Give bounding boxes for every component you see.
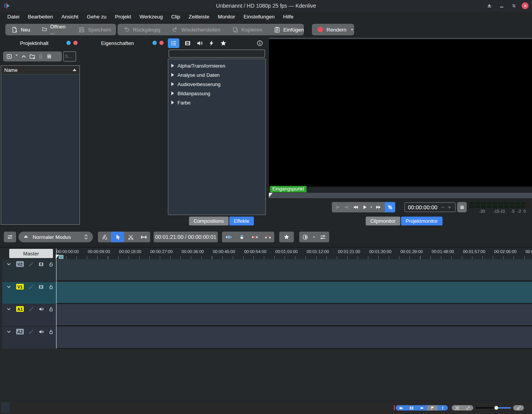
minimize-button[interactable] [498, 2, 505, 9]
track-target-badge[interactable]: A1 [16, 306, 24, 312]
hide-track-icon[interactable] [38, 284, 44, 290]
tab-compositions[interactable]: Compositions [189, 217, 229, 225]
open-button[interactable]: Öffnen ... [36, 24, 73, 35]
project-bin-tree[interactable]: Name [1, 65, 80, 225]
zoom-slider-thumb[interactable] [494, 406, 498, 410]
video-effects-button[interactable] [182, 38, 193, 48]
add-clip-icon[interactable] [6, 53, 12, 60]
fit-zoom-button[interactable] [452, 405, 462, 411]
monitor-timecode[interactable]: 00:00:00:00− + [404, 202, 456, 212]
master-track-button[interactable]: Master [9, 249, 53, 258]
track-header-a1[interactable]: A1 [2, 304, 56, 326]
chevron-down-icon[interactable] [6, 329, 12, 335]
render-button[interactable]: Rendern [312, 24, 354, 35]
menu-item-projekt[interactable]: Projekt [111, 12, 135, 22]
mute-track-icon[interactable] [38, 306, 44, 312]
timeline-ruler[interactable]: 00:00:00:0000:00:09:0000:00:18:0000:00:2… [56, 248, 532, 259]
track-effects-wand-icon[interactable] [28, 284, 34, 290]
zone-in-button[interactable] [333, 202, 342, 212]
expand-triangle-icon[interactable] [171, 101, 174, 104]
mixed-edit-tool-button[interactable] [98, 232, 111, 242]
track-lane-v2[interactable] [56, 259, 532, 281]
tab-project-monitor[interactable]: Projektmonitor [401, 217, 443, 225]
parent-folder-icon[interactable] [21, 53, 27, 60]
effects-info-button[interactable] [254, 38, 265, 48]
zoom-out-button[interactable] [513, 405, 524, 411]
rewind-button[interactable] [350, 202, 360, 212]
monitor-screen[interactable] [269, 39, 532, 187]
track-lane-a2[interactable] [56, 327, 532, 349]
show-audio-thumbnails-toggle[interactable] [406, 405, 417, 411]
show-markers-toggle[interactable] [427, 405, 438, 411]
track-header-a2[interactable]: A2 [2, 327, 56, 349]
save-button[interactable]: Speichern [73, 24, 117, 35]
zoom-slider-track[interactable] [476, 407, 511, 409]
tab-clip-monitor[interactable]: Clipmonitor [366, 217, 400, 225]
menu-item-monitor[interactable]: Monitor [214, 12, 239, 22]
audio-mixer-button[interactable] [317, 232, 328, 242]
track-header-v2[interactable]: V2 [2, 259, 56, 281]
track-target-badge[interactable]: V2 [16, 261, 24, 267]
lock-track-icon[interactable] [48, 329, 54, 335]
extract-zone-button[interactable] [248, 232, 261, 242]
redo-button[interactable]: Wiederherstellen [166, 24, 226, 35]
menu-item-werkzeug[interactable]: Werkzeug [135, 12, 167, 22]
show-all-effects-button[interactable] [168, 38, 179, 48]
track-target-badge[interactable]: V1 [16, 284, 24, 290]
mix-options-button[interactable] [311, 232, 317, 242]
float-dock-icon[interactable] [152, 41, 157, 45]
effect-category[interactable]: Audioverbesserung [168, 79, 265, 89]
monitor-menu-button[interactable] [457, 202, 467, 212]
track-target-badge[interactable]: A2 [16, 329, 24, 335]
mute-track-icon[interactable] [38, 329, 44, 335]
hide-track-icon[interactable] [38, 262, 44, 267]
track-header-v1[interactable]: V1 [2, 282, 56, 304]
chevron-down-icon[interactable] [6, 284, 12, 290]
track-effects-wand-icon[interactable] [28, 262, 34, 267]
show-keyframes-toggle[interactable] [417, 405, 427, 411]
tab-effects[interactable]: Effekte [229, 217, 254, 225]
copy-button[interactable]: Kopieren [226, 24, 268, 35]
bin-search-input[interactable] [63, 51, 76, 61]
monitor-playhead-icon[interactable] [269, 193, 273, 197]
effect-category[interactable]: Analyse und Daten [168, 70, 265, 79]
chevron-down-icon[interactable] [15, 53, 18, 60]
eject-icon[interactable] [486, 2, 493, 9]
menu-item-ansicht[interactable]: Ansicht [57, 12, 83, 22]
bin-name-column-header[interactable]: Name [1, 66, 80, 75]
spacer-tool-button[interactable] [137, 232, 150, 242]
create-folder-icon[interactable] [29, 53, 35, 60]
close-button[interactable] [522, 2, 529, 9]
restore-button[interactable] [510, 2, 518, 9]
menu-item-zeitleiste[interactable]: Zeitleiste [184, 12, 214, 22]
lock-track-icon[interactable] [48, 284, 54, 290]
insert-zone-button[interactable] [222, 232, 235, 242]
monitor-seek-ruler[interactable] [269, 193, 532, 198]
favorite-effects-button[interactable] [279, 232, 294, 242]
expand-triangle-icon[interactable] [171, 82, 174, 86]
show-video-thumbnails-toggle[interactable] [396, 405, 406, 411]
play-options-button[interactable] [369, 202, 373, 212]
delete-icon[interactable] [38, 53, 44, 60]
undo-button[interactable]: Rückgängig [118, 24, 166, 35]
overwrite-zone-button[interactable] [235, 232, 248, 242]
menu-item-datei[interactable]: Datei [3, 12, 24, 22]
play-button[interactable] [360, 202, 369, 212]
menu-item-bearbeiten[interactable]: Bearbeiten [24, 12, 57, 22]
timecode-spinners[interactable]: − + [441, 204, 452, 210]
effects-search-input[interactable] [169, 50, 265, 58]
close-dock-icon[interactable] [73, 41, 78, 45]
effect-category[interactable]: Alpha/Transformieren [168, 61, 265, 70]
new-button[interactable]: Neu [5, 24, 36, 35]
effect-category[interactable]: Bildanpassung [168, 89, 265, 98]
zone-out-button[interactable] [342, 202, 350, 212]
paste-button[interactable]: Einfügen [268, 24, 310, 35]
selection-tool-button[interactable] [111, 232, 124, 242]
playhead-line[interactable] [56, 248, 56, 349]
expand-triangle-icon[interactable] [171, 91, 174, 95]
favorite-effects-button[interactable] [217, 38, 229, 48]
track-effects-wand-icon[interactable] [28, 306, 34, 312]
timeline-zoom-slider[interactable] [476, 405, 511, 411]
expand-triangle-icon[interactable] [171, 64, 174, 68]
lock-track-icon[interactable] [48, 306, 54, 312]
